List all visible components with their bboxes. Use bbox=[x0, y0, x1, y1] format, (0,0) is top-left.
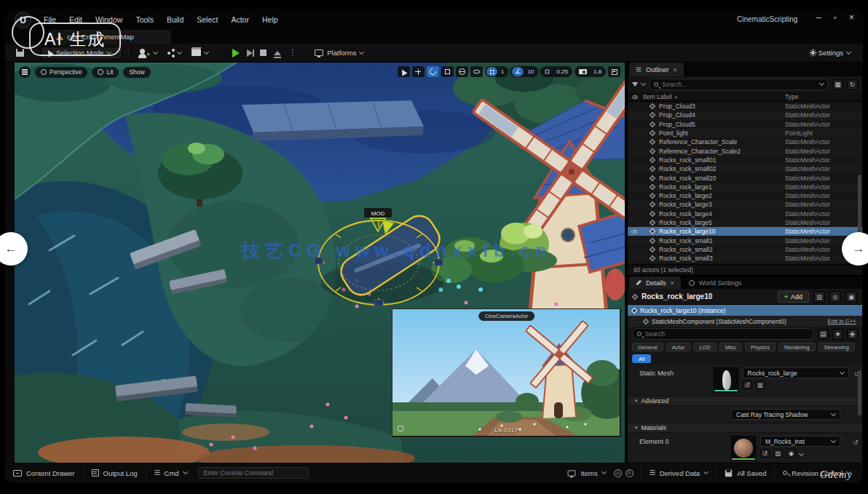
level-instance-button[interactable]: ◎ bbox=[829, 291, 841, 303]
camera-preview-window[interactable]: CineCameraActor LA 2017 bbox=[392, 308, 621, 437]
component-row-child[interactable]: StaticMeshComponent (StaticMeshComponent… bbox=[628, 316, 862, 327]
static-mesh-dropdown[interactable]: Rocks_rock_large bbox=[743, 367, 849, 378]
refresh-button[interactable]: ↻ bbox=[847, 79, 858, 90]
maximize-viewport-button[interactable] bbox=[608, 66, 620, 77]
filter-pill-actor[interactable]: Actor bbox=[666, 343, 691, 351]
select-tool-button[interactable] bbox=[398, 66, 410, 77]
save-status-button[interactable]: All Saved bbox=[717, 463, 774, 482]
close-button[interactable]: × bbox=[849, 12, 854, 23]
console-command-field[interactable] bbox=[198, 467, 309, 479]
use-selected-icon[interactable]: ↺ bbox=[743, 381, 752, 389]
cinematics-button[interactable] bbox=[186, 47, 213, 60]
play-options-button[interactable]: ⋮ bbox=[288, 48, 296, 57]
scale-tool-button[interactable] bbox=[441, 66, 454, 77]
filter-pill-lod[interactable]: LOD bbox=[693, 343, 716, 351]
property-element0[interactable]: Element 0 M_Rocks_Inst ↺ ▥ bbox=[628, 433, 862, 463]
section-advanced[interactable]: ▾ Advanced bbox=[628, 397, 862, 406]
editor-mode-dropdown[interactable]: Selection Mode bbox=[41, 47, 122, 60]
items-dropdown[interactable]: Items bbox=[559, 463, 613, 482]
blueprints-button[interactable] bbox=[162, 47, 186, 60]
eject-button[interactable] bbox=[274, 51, 281, 55]
outliner-row[interactable]: Rocks_rock_small3StaticMeshActor bbox=[628, 254, 862, 263]
rotation-snap-control[interactable]: ∠ 10 bbox=[510, 66, 538, 77]
outliner-row[interactable]: Prop_Cloud5StaticMeshActor bbox=[628, 120, 862, 129]
save-button[interactable] bbox=[11, 47, 29, 60]
outliner-row[interactable]: Rocks_rock_large3StaticMeshActor bbox=[628, 200, 862, 209]
edit-in-cpp-link[interactable]: Edit in C++ bbox=[827, 318, 856, 324]
details-settings-button[interactable] bbox=[847, 329, 858, 340]
chevron-down-icon[interactable] bbox=[799, 451, 804, 456]
close-icon[interactable]: × bbox=[674, 66, 677, 73]
menu-edit[interactable]: Edit bbox=[63, 13, 89, 26]
chevron-down-icon[interactable] bbox=[819, 81, 824, 86]
outliner-settings-button[interactable]: ▦ bbox=[832, 79, 843, 90]
surface-snap-toggle[interactable] bbox=[470, 66, 483, 77]
outliner-search-input[interactable] bbox=[662, 81, 816, 88]
filter-pill-general[interactable]: General bbox=[632, 343, 663, 351]
filter-pill-physics[interactable]: Physics bbox=[745, 343, 776, 351]
favorites-button[interactable]: ★ bbox=[832, 329, 843, 340]
outliner-row[interactable]: Rocks_rock_large5StaticMeshActor bbox=[628, 218, 862, 227]
use-selected-icon[interactable]: ↺ bbox=[760, 449, 770, 458]
display-filter-button[interactable]: ▤ bbox=[818, 329, 829, 340]
stop-button[interactable] bbox=[260, 49, 267, 56]
level-tab[interactable]: cgs_EnvironmentMap bbox=[49, 30, 171, 44]
frame-skip-button[interactable] bbox=[247, 49, 253, 57]
component-row-root[interactable]: Rocks_rock_large10 (Instance) bbox=[628, 305, 862, 316]
tab-details[interactable]: Details × bbox=[629, 276, 681, 289]
visibility-eye-icon[interactable] bbox=[631, 229, 637, 234]
outliner-row[interactable]: Rocks_rock_large1StaticMeshActor bbox=[628, 183, 862, 191]
settings-dropdown[interactable]: Settings bbox=[806, 47, 856, 60]
filter-pill-misc[interactable]: Misc bbox=[719, 343, 742, 351]
outliner-row[interactable]: Rocks_rock_small2StaticMeshActor bbox=[628, 245, 862, 254]
outliner-header[interactable]: Item Label ▴ Type bbox=[628, 92, 862, 102]
details-scrollbar[interactable] bbox=[858, 370, 861, 415]
column-type[interactable]: Type bbox=[785, 93, 798, 100]
material-thumbnail[interactable] bbox=[731, 436, 756, 461]
browse-to-asset-icon[interactable]: ▥ bbox=[756, 381, 765, 389]
focus-icon[interactable]: ⊙ bbox=[626, 469, 634, 477]
show-dropdown[interactable]: Show bbox=[123, 67, 150, 78]
column-item-label[interactable]: Item Label bbox=[643, 93, 672, 100]
advanced-dropdown[interactable]: Cast Ray Tracing Shadow bbox=[731, 409, 840, 420]
filter-pill-streaming[interactable]: Streaming bbox=[818, 343, 855, 351]
outliner-row[interactable]: Reference_Character_Scale2StaticMeshActo… bbox=[628, 146, 862, 155]
viewport-menu-button[interactable] bbox=[19, 66, 31, 78]
rotate-tool-button[interactable] bbox=[427, 66, 439, 77]
close-icon[interactable]: × bbox=[671, 279, 674, 287]
outliner-row[interactable]: Rocks_rock_large4StaticMeshActor bbox=[628, 210, 862, 218]
property-advanced-dropdown[interactable]: Cast Ray Tracing Shadow bbox=[628, 406, 862, 423]
minimize-button[interactable]: – bbox=[816, 12, 821, 23]
menu-select[interactable]: Select bbox=[190, 13, 224, 26]
details-search[interactable] bbox=[632, 328, 814, 340]
menu-build[interactable]: Build bbox=[160, 13, 190, 26]
outliner-row[interactable]: Prop_Cloud3StaticMeshActor bbox=[628, 102, 862, 111]
section-materials[interactable]: ▾ Materials bbox=[628, 423, 862, 433]
outliner-search[interactable] bbox=[649, 79, 829, 90]
material-dropdown[interactable]: M_Rocks_Inst bbox=[760, 436, 840, 447]
grid-snap-value[interactable]: 1 bbox=[498, 67, 507, 76]
filter-pill-all[interactable]: All bbox=[632, 354, 651, 363]
filter-pill-rendering[interactable]: Rendering bbox=[778, 343, 816, 351]
menu-file[interactable]: File bbox=[37, 13, 63, 26]
outliner-row[interactable]: Prop_Cloud4StaticMeshActor bbox=[628, 111, 862, 119]
static-mesh-thumbnail[interactable] bbox=[714, 367, 738, 392]
world-space-toggle[interactable] bbox=[456, 66, 468, 77]
translate-tool-button[interactable] bbox=[412, 66, 425, 77]
derived-data-dropdown[interactable]: Derived Data bbox=[642, 463, 716, 482]
outliner-row[interactable]: Rocks_rock_small1StaticMeshActor bbox=[628, 236, 862, 244]
grid-snap-control[interactable]: 1 bbox=[485, 66, 508, 77]
platforms-dropdown[interactable]: Platforms bbox=[309, 47, 368, 60]
scale-snap-control[interactable]: 0.25 bbox=[540, 66, 572, 77]
outliner-row[interactable]: Reference_Character_ScaleStaticMeshActor bbox=[628, 138, 862, 146]
browse-to-asset-icon[interactable]: ▥ bbox=[773, 449, 783, 458]
lock-button[interactable]: ▣ bbox=[845, 291, 857, 303]
add-component-button[interactable]: + Add bbox=[778, 291, 809, 303]
camera-speed-control[interactable]: 1.8 bbox=[575, 66, 606, 77]
output-log-button[interactable]: Output Log bbox=[84, 463, 146, 482]
maximize-button[interactable]: ▫ bbox=[834, 12, 837, 23]
cmd-dropdown[interactable]: Cmd bbox=[146, 463, 195, 482]
preview-pin-icon[interactable] bbox=[398, 426, 403, 431]
outliner-row[interactable]: Rocks_rock_small20StaticMeshActor bbox=[628, 173, 862, 182]
menu-tools[interactable]: Tools bbox=[129, 13, 160, 26]
